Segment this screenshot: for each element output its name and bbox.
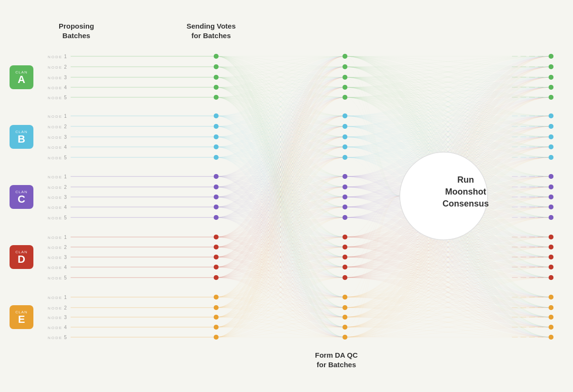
svg-point-234	[214, 245, 219, 249]
node-label-clanC-2: NODE 2	[48, 185, 67, 190]
svg-point-102	[549, 113, 553, 118]
svg-point-220	[214, 155, 219, 160]
svg-point-225	[343, 185, 347, 189]
svg-point-127	[549, 174, 553, 179]
node-label-clanA-1: NODE 1	[48, 54, 67, 59]
svg-point-162	[549, 255, 553, 259]
svg-point-132	[549, 185, 553, 189]
svg-point-112	[549, 134, 553, 139]
node-label-clanB-3: NODE 3	[48, 134, 67, 140]
node-label-clanA-4: NODE 4	[48, 85, 67, 90]
svg-point-224	[214, 185, 219, 189]
node-label-clanB-2: NODE 2	[48, 124, 67, 129]
svg-point-218	[214, 144, 219, 149]
svg-point-122	[549, 155, 553, 160]
svg-point-248	[214, 325, 219, 330]
svg-point-213	[343, 113, 347, 118]
clan-badge-D: CLAND	[10, 245, 33, 269]
svg-point-152	[549, 235, 553, 239]
node-label-clanD-3: NODE 3	[48, 255, 67, 260]
svg-point-236	[214, 255, 219, 259]
node-label-clanE-3: NODE 3	[48, 315, 67, 320]
clan-badge-B: CLANB	[10, 125, 33, 149]
svg-point-215	[343, 124, 347, 129]
svg-point-243	[343, 295, 347, 299]
svg-point-210	[214, 95, 219, 100]
svg-point-211	[343, 95, 347, 100]
svg-point-107	[549, 124, 553, 129]
svg-point-216	[214, 134, 219, 139]
node-label-clanC-4: NODE 4	[48, 205, 67, 210]
svg-point-233	[343, 235, 347, 239]
svg-point-167	[549, 265, 553, 269]
svg-point-219	[343, 144, 347, 149]
node-label-clanD-1: NODE 1	[48, 235, 67, 240]
svg-point-247	[343, 315, 347, 320]
svg-point-232	[214, 235, 219, 239]
svg-point-222	[214, 174, 219, 179]
node-label-clanC-3: NODE 3	[48, 195, 67, 200]
svg-point-251	[343, 335, 347, 340]
node-label-clanE-1: NODE 1	[48, 295, 67, 300]
node-label-clanC-1: NODE 1	[48, 174, 67, 179]
node-label-clanB-4: NODE 4	[48, 144, 67, 150]
node-label-clanC-5: NODE 5	[48, 215, 67, 220]
svg-point-227	[343, 195, 347, 199]
svg-point-231	[343, 215, 347, 220]
node-label-clanA-2: NODE 2	[48, 64, 67, 70]
svg-point-142	[549, 205, 553, 209]
node-label-clanE-2: NODE 2	[48, 305, 67, 310]
svg-point-207	[343, 75, 347, 80]
svg-point-77	[549, 54, 553, 59]
svg-point-177	[549, 295, 553, 299]
svg-point-229	[343, 205, 347, 209]
form-da-label: Form DA QCfor Batches	[298, 351, 375, 369]
svg-point-235	[343, 245, 347, 249]
connection-lines	[0, 0, 573, 392]
svg-point-182	[549, 305, 553, 310]
node-label-clanA-5: NODE 5	[48, 95, 67, 100]
svg-point-192	[549, 325, 553, 330]
node-label-clanB-5: NODE 5	[48, 155, 67, 160]
svg-point-241	[343, 275, 347, 280]
svg-point-249	[343, 325, 347, 330]
svg-point-242	[214, 295, 219, 299]
node-label-clanE-5: NODE 5	[48, 335, 67, 340]
clan-badge-C: CLANC	[10, 185, 33, 209]
svg-point-226	[214, 195, 219, 199]
svg-point-221	[343, 155, 347, 160]
svg-point-246	[214, 315, 219, 320]
svg-point-117	[549, 144, 553, 149]
clan-badge-E: CLANE	[10, 305, 33, 329]
svg-point-230	[214, 215, 219, 220]
svg-point-197	[549, 335, 553, 340]
svg-point-238	[214, 265, 219, 269]
svg-point-137	[549, 195, 553, 199]
svg-point-87	[549, 75, 553, 80]
svg-point-206	[214, 75, 219, 80]
svg-point-92	[549, 85, 553, 90]
svg-point-157	[549, 245, 553, 249]
svg-point-237	[343, 255, 347, 259]
svg-point-97	[549, 95, 553, 100]
sending-votes-label: Sending Votesfor Batches	[177, 21, 246, 40]
svg-point-208	[214, 85, 219, 90]
svg-point-209	[343, 85, 347, 90]
svg-point-217	[343, 134, 347, 139]
svg-point-239	[343, 265, 347, 269]
svg-point-202	[214, 54, 219, 59]
node-label-clanB-1: NODE 1	[48, 113, 67, 119]
clan-badge-A: CLANA	[10, 65, 33, 89]
node-label-clanD-2: NODE 2	[48, 245, 67, 250]
svg-point-187	[549, 315, 553, 320]
node-label-clanD-4: NODE 4	[48, 265, 67, 270]
svg-point-212	[214, 113, 219, 118]
svg-point-214	[214, 124, 219, 129]
svg-point-204	[214, 64, 219, 69]
svg-point-82	[549, 64, 553, 69]
svg-point-250	[214, 335, 219, 340]
svg-point-245	[343, 305, 347, 310]
node-label-clanE-4: NODE 4	[48, 325, 67, 330]
svg-point-147	[549, 215, 553, 220]
svg-point-172	[549, 275, 553, 280]
